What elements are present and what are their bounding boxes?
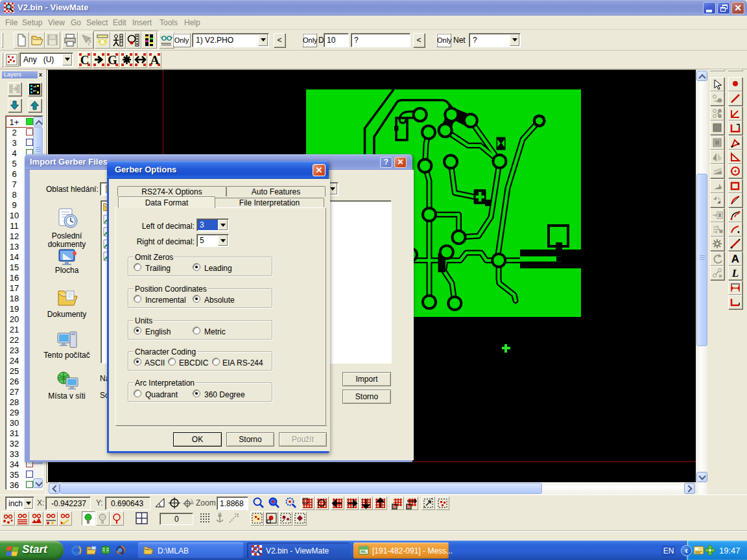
svg-text:L: L — [731, 267, 739, 279]
svg-text:G: G — [108, 53, 117, 67]
svg-text:C: C — [80, 53, 89, 67]
svg-text:?: ? — [86, 38, 91, 47]
svg-text:A: A — [731, 253, 739, 265]
svg-text:A: A — [150, 53, 159, 67]
